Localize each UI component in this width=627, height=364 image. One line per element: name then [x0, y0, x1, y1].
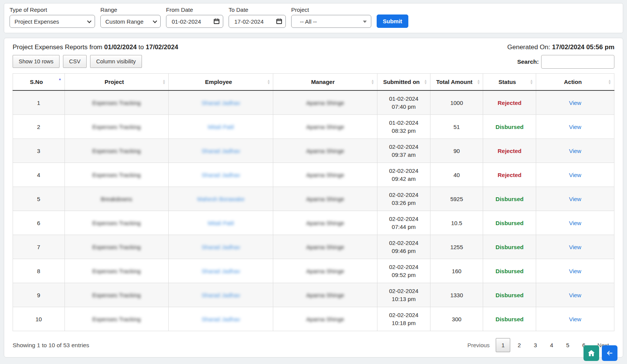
employee-link-redacted[interactable]: Sharad Jadhav: [201, 172, 240, 178]
back-button[interactable]: [602, 345, 617, 361]
column-label: Action: [564, 79, 582, 85]
cell-sno: 5: [13, 187, 65, 211]
view-link[interactable]: View: [569, 292, 581, 298]
cell-total-amount: 1000: [430, 90, 483, 115]
table-row: 8Expenses TrackingSharad JadhavAparna Sh…: [13, 259, 614, 283]
cell-sno: 2: [13, 115, 65, 139]
sort-icon: ▲▼: [371, 79, 374, 85]
manager-name-redacted: Aparna Shinge: [306, 100, 344, 106]
manager-name-redacted: Aparna Shinge: [306, 220, 344, 226]
project-name-redacted: Expenses Tracking: [92, 268, 141, 274]
employee-link-redacted[interactable]: Mahesh Borawake: [197, 196, 245, 202]
generated-on-value: 17/02/2024 05:56 pm: [552, 43, 614, 51]
search-label: Search:: [517, 58, 539, 65]
search-input[interactable]: [541, 55, 614, 69]
type-of-report-select[interactable]: Project Expenses: [10, 15, 95, 28]
pagination-numbers: 123456: [495, 338, 592, 352]
report-header: Project Expenses Reports from 01/02/2024…: [13, 43, 614, 51]
cell-employee: Sharad Jadhav: [169, 259, 273, 283]
view-link[interactable]: View: [569, 316, 581, 322]
status-badge: Rejected: [498, 148, 522, 154]
table-row: 2Expenses TrackingMitali PatilAparna Shi…: [13, 115, 614, 139]
project-group: Project -- All --: [291, 6, 371, 28]
cell-project: Expenses Tracking: [64, 139, 169, 163]
employee-link-redacted[interactable]: Sharad Jadhav: [201, 268, 240, 274]
employee-link-redacted[interactable]: Sharad Jadhav: [201, 316, 240, 322]
to-date-group: To Date: [229, 6, 286, 28]
cell-action: View: [536, 187, 614, 211]
column-header-employee[interactable]: Employee▲▼: [169, 74, 273, 91]
cell-sno: 3: [13, 139, 65, 163]
cell-manager: Aparna Shinge: [273, 115, 377, 139]
cell-status: Disbursed: [483, 211, 536, 235]
view-link[interactable]: View: [569, 220, 581, 226]
cell-status: Disbursed: [483, 235, 536, 259]
manager-name-redacted: Aparna Shinge: [306, 244, 344, 250]
column-header-project[interactable]: Project▲▼: [64, 74, 169, 91]
status-badge: Disbursed: [496, 124, 524, 130]
pagination-page-4[interactable]: 4: [544, 338, 559, 352]
cell-action: View: [536, 115, 614, 139]
view-link[interactable]: View: [569, 100, 581, 106]
range-select[interactable]: Custom Range: [100, 15, 161, 28]
pagination-page-1[interactable]: 1: [496, 338, 510, 352]
column-header-manager[interactable]: Manager▲▼: [273, 74, 377, 91]
cell-status: Disbursed: [483, 283, 536, 307]
column-header-s-no[interactable]: S.No▲: [13, 74, 65, 91]
cell-action: View: [536, 90, 614, 115]
cell-manager: Aparna Shinge: [273, 187, 377, 211]
pagination-page-5[interactable]: 5: [560, 338, 575, 352]
employee-link-redacted[interactable]: Sharad Jadhav: [201, 244, 240, 250]
show-rows-button[interactable]: Show 10 rows: [13, 55, 60, 68]
employee-link-redacted[interactable]: Mitali Patil: [208, 220, 234, 226]
report-title: Project Expenses Reports from 01/02/2024…: [13, 43, 178, 51]
view-link[interactable]: View: [569, 196, 581, 202]
pagination-page-2[interactable]: 2: [512, 338, 526, 352]
table-row: 10Expenses TrackingSharad JadhavAparna S…: [13, 307, 614, 331]
sort-icon: ▲▼: [424, 79, 427, 85]
cell-status: Disbursed: [483, 259, 536, 283]
manager-name-redacted: Aparna Shinge: [306, 172, 344, 178]
cell-submitted-on: 02-02-2024 10:18 pm: [377, 307, 430, 331]
pagination-previous[interactable]: Previous: [462, 338, 495, 352]
column-header-total-amount[interactable]: Total Amount▲▼: [430, 74, 483, 91]
view-link[interactable]: View: [569, 268, 581, 274]
column-label: S.No: [30, 79, 43, 85]
cell-action: View: [536, 307, 614, 331]
cell-total-amount: 51: [430, 115, 483, 139]
column-visibility-button[interactable]: Column visibility: [90, 55, 142, 68]
column-header-submitted-on[interactable]: Submitted on▲▼: [377, 74, 430, 91]
cell-project: Expenses Tracking: [64, 211, 169, 235]
sort-icon: ▲▼: [477, 79, 480, 85]
employee-link-redacted[interactable]: Sharad Jadhav: [201, 148, 240, 154]
sort-icon: ▲▼: [608, 79, 611, 85]
view-link[interactable]: View: [569, 148, 581, 154]
column-header-status[interactable]: Status▲▼: [483, 74, 536, 91]
cell-employee: Sharad Jadhav: [169, 283, 273, 307]
cell-action: View: [536, 211, 614, 235]
cell-total-amount: 300: [430, 307, 483, 331]
employee-link-redacted[interactable]: Mitali Patil: [208, 124, 234, 130]
cell-employee: Sharad Jadhav: [169, 139, 273, 163]
search-box: Search:: [517, 55, 614, 69]
cell-total-amount: 10.5: [430, 211, 483, 235]
home-button[interactable]: [583, 345, 599, 361]
pagination-page-3[interactable]: 3: [528, 338, 543, 352]
employee-link-redacted[interactable]: Sharad Jadhav: [201, 292, 240, 298]
column-header-action[interactable]: Action▲▼: [536, 74, 614, 91]
csv-export-button[interactable]: CSV: [63, 55, 87, 68]
view-link[interactable]: View: [569, 244, 581, 250]
column-label: Submitted on: [383, 79, 420, 85]
cell-project: Expenses Tracking: [64, 259, 169, 283]
to-date-input[interactable]: [229, 15, 286, 28]
project-select[interactable]: -- All --: [291, 15, 371, 28]
cell-submitted-on: 01-02-2024 08:32 pm: [377, 115, 430, 139]
view-link[interactable]: View: [569, 172, 581, 178]
table-row: 1Expenses TrackingSharad JadhavAparna Sh…: [13, 90, 614, 115]
view-link[interactable]: View: [569, 124, 581, 130]
cell-employee: Sharad Jadhav: [169, 235, 273, 259]
employee-link-redacted[interactable]: Sharad Jadhav: [201, 100, 240, 106]
submit-button[interactable]: Submit: [377, 14, 408, 28]
arrow-left-icon: [606, 349, 614, 357]
from-date-input[interactable]: [166, 15, 223, 28]
